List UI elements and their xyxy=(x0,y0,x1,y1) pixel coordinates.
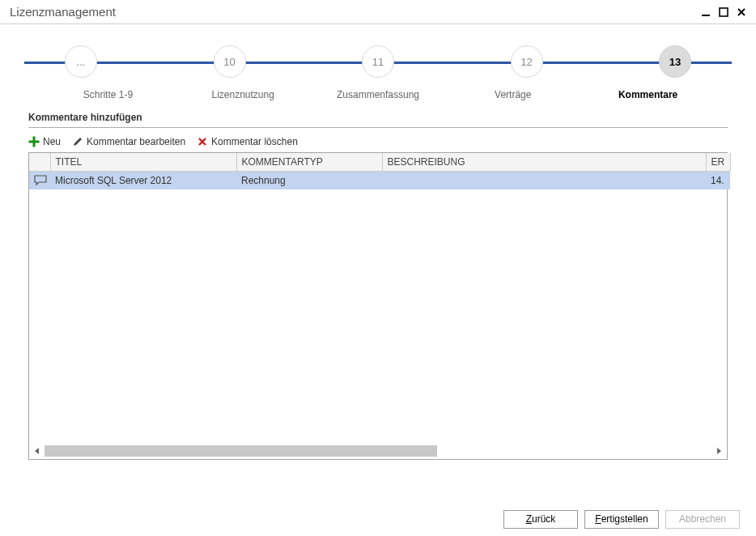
table-header-row: TITEL KOMMENTARTYP BESCHREIBUNG ER xyxy=(29,153,730,172)
step-label-12: Verträge xyxy=(445,89,580,100)
comments-table: TITEL KOMMENTARTYP BESCHREIBUNG ER Micro… xyxy=(28,152,728,460)
step-label-10: Lizenznutzung xyxy=(176,89,311,100)
edit-comment-label: Kommentar bearbeiten xyxy=(87,136,185,147)
section-title: Kommentare hinzufügen xyxy=(28,112,728,128)
step-circle-10[interactable]: 10 xyxy=(214,45,246,78)
col-header-er[interactable]: ER xyxy=(706,153,730,172)
finish-button[interactable]: Fertigstellen xyxy=(584,510,659,529)
delete-comment-button[interactable]: Kommentar löschen xyxy=(197,136,298,147)
minimize-button[interactable] xyxy=(699,6,712,19)
step-circle-1-9[interactable]: ... xyxy=(65,45,97,78)
maximize-button[interactable] xyxy=(717,6,730,19)
x-icon xyxy=(197,136,208,147)
title-bar: Lizenzmanagement xyxy=(0,0,756,24)
window-title: Lizenzmanagement xyxy=(10,5,116,19)
new-comment-button[interactable]: Neu xyxy=(28,136,61,147)
col-header-desc[interactable]: BESCHREIBUNG xyxy=(382,153,706,172)
step-label-13: Kommentare xyxy=(580,89,716,100)
new-comment-label: Neu xyxy=(43,136,61,147)
scroll-right-arrow-icon[interactable] xyxy=(713,445,724,457)
col-header-type[interactable]: KOMMENTARTYP xyxy=(236,153,382,172)
col-header-icon[interactable] xyxy=(29,153,50,172)
cell-desc xyxy=(382,172,706,190)
window-controls xyxy=(699,6,748,19)
section-header: Kommentare hinzufügen xyxy=(0,107,756,128)
comment-icon xyxy=(29,172,50,190)
step-label-1-9: Schritte 1-9 xyxy=(40,89,176,100)
pencil-icon xyxy=(72,136,83,147)
horizontal-scrollbar[interactable] xyxy=(32,445,724,457)
back-button[interactable]: Zurück xyxy=(503,510,578,529)
scrollbar-thumb[interactable] xyxy=(45,445,437,457)
step-label-11: Zusammenfassung xyxy=(311,89,446,100)
comment-toolbar: Neu Kommentar bearbeiten Kommentar lösch… xyxy=(0,128,756,152)
svg-rect-0 xyxy=(702,15,710,16)
step-circle-13[interactable]: 13 xyxy=(659,45,691,78)
wizard-footer: Zurück Fertigstellen Abbrechen xyxy=(0,502,756,536)
close-button[interactable] xyxy=(735,6,748,19)
cell-type: Rechnung xyxy=(236,172,382,190)
delete-comment-label: Kommentar löschen xyxy=(211,136,298,147)
scroll-left-arrow-icon[interactable] xyxy=(32,445,43,457)
cell-title: Microsoft SQL Server 2012 xyxy=(50,172,236,190)
table-row[interactable]: Microsoft SQL Server 2012 Rechnung 14. xyxy=(29,172,730,190)
plus-icon xyxy=(28,136,40,147)
edit-comment-button[interactable]: Kommentar bearbeiten xyxy=(72,136,185,147)
wizard-stepper: ... 10 11 12 13 Schritte 1-9 Lizenznutzu… xyxy=(0,24,756,107)
step-circle-12[interactable]: 12 xyxy=(511,45,543,78)
step-circle-11[interactable]: 11 xyxy=(362,45,394,78)
cancel-button: Abbrechen xyxy=(665,510,740,529)
col-header-title[interactable]: TITEL xyxy=(50,153,236,172)
svg-rect-1 xyxy=(720,8,728,16)
cell-er: 14. xyxy=(706,172,730,190)
